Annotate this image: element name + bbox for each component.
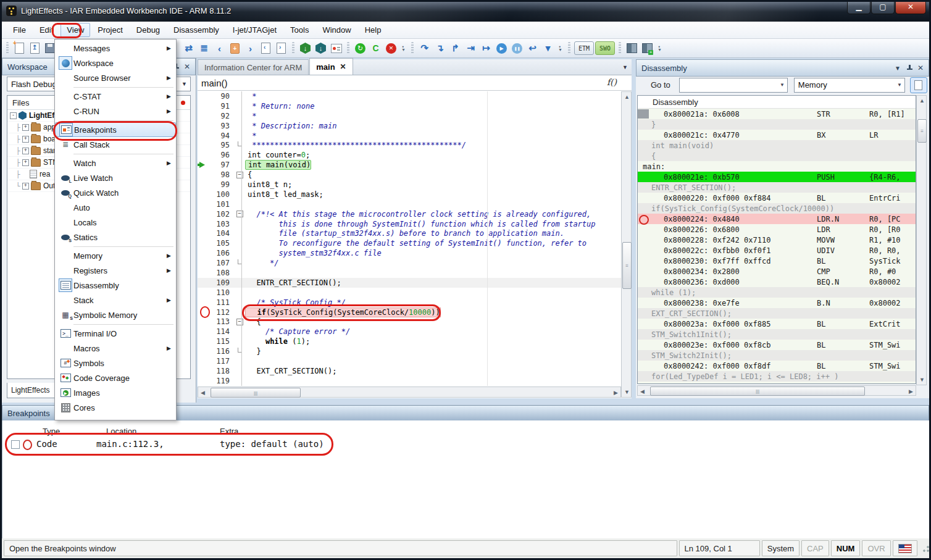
column-extra[interactable]: Extra [220,427,238,436]
code-line-100[interactable]: 100uint8_t led_mask; [198,190,621,199]
code-line-108[interactable]: 108 [198,268,621,278]
disassembly-row[interactable]: 0x8000236: 0xd000BEQ.N0x80002 [638,277,916,287]
list-jump-icon[interactable]: ≣ [197,41,211,56]
menu-item-terminal-i-o[interactable]: >_Terminal I/O [55,326,176,341]
disassembly-vertical-scrollbar[interactable]: ▲ ≡ ▼ [916,95,927,385]
menu-item-source-browser[interactable]: Source Browser▶ [55,70,176,85]
code-line-112[interactable]: 112 if(SysTick_Config(SystemCoreClock/10… [198,307,621,317]
menu-item-quick-watch[interactable]: QQuick Watch [55,185,176,200]
code-line-114[interactable]: 114 /* Capture error */ [198,327,621,336]
code-line-93[interactable]: 93 * Description: main [198,121,621,131]
maximize-button[interactable]: ▢ [871,0,895,14]
language-flag[interactable] [893,540,917,556]
disassembly-row[interactable]: 0x8000230: 0xf7ff 0xffcdBLSysTick [638,256,916,266]
close-tab-icon[interactable]: ✕ [340,62,346,71]
disassembly-row[interactable]: 0x8000246: 0x2600MOVSR6, #0 [638,382,916,384]
tree-expander-icon[interactable]: + [22,159,29,166]
disassembly-row[interactable]: { [638,151,916,161]
editor-tab-information-center-for-arm[interactable]: Information Center for ARM [198,59,309,75]
code-line-117[interactable]: 117 [198,356,621,366]
break-icon[interactable]: ❚❚ [510,41,524,56]
menu-item-cores[interactable]: Cores [55,400,176,415]
menu-item-watch[interactable]: Watch▶ [55,156,176,170]
disassembly-row[interactable]: int main(void) [638,140,916,151]
menu-help[interactable]: Help [359,23,388,37]
menu-item-symbols[interactable]: #Symbols [55,356,176,370]
step-out-icon[interactable]: ↱ [448,41,462,56]
tab-list-dropdown-icon[interactable]: ▼ [622,64,628,70]
goto-address-combo[interactable]: ▼ [679,78,788,93]
disassembly-row[interactable]: 0x8000234: 0x2800CMPR0, #0 [638,266,916,277]
menu-item-breakpoints[interactable]: Breakpoints [55,122,176,137]
bp-list-icon[interactable] [329,41,343,56]
menu-item-registers[interactable]: Registers▶ [55,263,176,278]
code-line-109[interactable]: 109 ENTR_CRT_SECTION(); [198,278,621,288]
restart-icon[interactable]: ↻ [353,41,367,56]
code-line-118[interactable]: 118 EXT_CRT_SECTION(); [198,366,621,376]
menu-item-auto[interactable]: Auto [55,200,176,215]
view-mode-select[interactable]: Memory▼ [794,78,905,93]
minimize-button[interactable]: ▁ [847,0,870,14]
code-line-110[interactable]: 110 [198,288,621,298]
code-line-104[interactable]: 104 file (startup_stm32f4xx.s) before to… [198,228,621,238]
tree-expander-icon[interactable]: + [22,136,29,143]
disassembly-row[interactable]: main: [638,161,916,172]
tree-expander-icon[interactable]: + [22,124,29,131]
swap-icon[interactable]: ⇄ [182,41,196,56]
code-line-115[interactable]: 115 while (1); [198,336,621,346]
close-button[interactable]: ✕ [895,0,926,14]
refresh-icon[interactable]: C [369,41,383,56]
close-icon[interactable]: ✕ [917,64,924,72]
breakpoint-row[interactable]: Code main.c:112.3, type: default (auto) [2,438,930,453]
breakpoint-enable-checkbox[interactable] [11,440,20,449]
disassembly-row[interactable]: ENTR_CRT_SECTION(); [638,182,916,193]
menu-item-images[interactable]: ▶Images [55,385,176,400]
close-icon[interactable]: ✕ [184,62,190,71]
next-statement-icon[interactable]: ⇥ [464,41,478,56]
code-line-99[interactable]: 99uint8_t n; [198,180,621,190]
menu-debug[interactable]: Debug [130,23,166,37]
new-file-icon[interactable]: + [12,41,27,56]
disassembly-row[interactable]: EXT_CRT_SECTION(); [638,308,916,319]
code-line-107[interactable]: 107 */ [198,258,621,268]
disassembly-listing[interactable]: Disassembly 0x800021a: 0x6008STRR0, [R1]… [637,95,916,384]
disassembly-row[interactable]: 0x800023a: 0xf000 0xf885BLExtCrit [638,319,916,329]
stop-icon[interactable]: ✕ [384,41,398,56]
disassembly-row[interactable]: 0x800021a: 0x6008STRR0, [R1] [638,109,916,119]
menu-window[interactable]: Window [316,23,357,37]
menu-item-disassembly[interactable]: Disassembly [55,278,176,293]
angle-left-icon[interactable]: ‹ [212,41,227,56]
menu-item-symbolic-memory[interactable]: ▦SSymbolic Memory [55,307,176,322]
disassembly-row[interactable]: 0x800021c: 0x4770BXLR [638,130,916,140]
code-line-103[interactable]: 103 this is done through SystemInit() fu… [198,219,621,229]
tree-expander-icon[interactable]: + [22,148,29,154]
power-log-icon[interactable] [625,41,639,56]
angle-right-icon[interactable]: › [243,41,257,56]
code-line-116[interactable]: 116 } [198,346,621,356]
code-line-96[interactable]: 96int counter=0; [198,150,621,160]
menu-item-locals[interactable]: Locals [55,215,176,230]
overflow-icon[interactable]: ▪▾ [399,41,407,55]
disassembly-row[interactable]: for(Led_TypeDef i = LED1; i <= LED8; i++… [638,371,916,382]
bookmark-add-icon[interactable]: + [228,41,242,56]
disassembly-row[interactable]: 0x800021e: 0xb570PUSH{R4-R6, [638,172,916,182]
function-list-icon[interactable]: f() [607,77,617,87]
disassembly-row[interactable]: if(SysTick_Config(SystemCoreClock/10000)… [638,203,916,214]
disassembly-row[interactable]: } [638,119,916,130]
code-line-101[interactable]: 101 [198,199,621,209]
menu-tools[interactable]: Tools [284,23,315,37]
tree-expander-icon[interactable]: + [22,183,29,190]
disassembly-horizontal-scrollbar[interactable]: ◀ ||| ▶ [637,385,916,396]
code-line-98[interactable]: 98−{ [198,170,621,180]
etm-button[interactable]: ETM [574,41,594,55]
dropdown-icon[interactable]: ▾ [541,41,555,56]
pin-icon[interactable] [906,65,912,71]
menu-item-c-run[interactable]: C-RUN▶ [55,104,176,119]
menu-edit[interactable]: Edit [33,23,59,37]
menu-item-memory[interactable]: Memory▶ [55,248,176,263]
code-line-111[interactable]: 111 /* SysTick Config */ [198,298,621,307]
menu-item-stack[interactable]: Stack▶ [55,293,176,307]
go-icon[interactable]: ▶ [495,41,509,56]
overflow-icon[interactable]: ▪▾ [556,41,564,55]
menu-item-macros[interactable]: Macros▶ [55,341,176,356]
